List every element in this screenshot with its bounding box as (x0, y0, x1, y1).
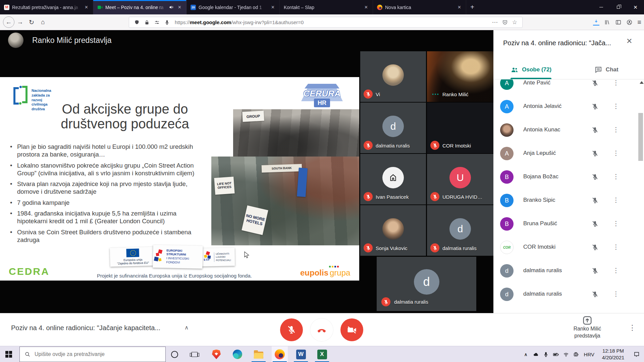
participant-options-icon[interactable]: ⋮ (613, 126, 620, 133)
task-view-button[interactable] (186, 346, 203, 362)
video-tile-ivan[interactable]: Ivan Pasaricek (360, 154, 426, 204)
edge-icon[interactable] (229, 346, 246, 362)
participant-row[interactable]: Antonia Kunac ⋮ (493, 118, 644, 142)
tray-mic-icon[interactable] (541, 351, 551, 358)
permissions-icon[interactable] (154, 19, 160, 25)
new-tab-button[interactable]: + (466, 0, 478, 14)
video-tile-ranko[interactable]: ⋯ Ranko Milić (427, 51, 493, 102)
network-icon[interactable] (561, 351, 571, 358)
esf-panel: ESF UČINKOVITI LJUDSKI POTENCIJALI (200, 248, 235, 266)
url-bar[interactable]: https://meet.google.com/whx-jswg-irw?pli… (129, 17, 523, 28)
participant-row[interactable]: A Antonia Jelavić ⋮ (493, 95, 644, 118)
search-icon (24, 351, 31, 357)
hang-up-button[interactable] (310, 318, 333, 341)
camera-toggle-button[interactable] (340, 318, 363, 341)
mic-toggle-button[interactable] (280, 318, 303, 341)
tile-menu-icon[interactable]: ⋯ (432, 90, 439, 99)
participant-options-icon[interactable]: ⋮ (613, 243, 620, 251)
hidden-icons-chevron[interactable]: ∧ (521, 352, 531, 357)
file-explorer-icon[interactable] (251, 346, 267, 362)
home-button[interactable]: ⌂ (37, 16, 49, 28)
tab-new-page[interactable]: Nova kartica ✕ (373, 0, 466, 14)
video-tile-sonja[interactable]: Sonja Vukovic (360, 205, 426, 256)
lock-icon[interactable] (144, 19, 150, 25)
participant-row[interactable]: d dalmatia ruralis ⋮ (493, 259, 644, 283)
excel-icon[interactable]: X (314, 346, 330, 362)
video-tile-dalmatia-1[interactable]: d dalmatia ruralis (360, 103, 426, 153)
chevron-up-icon[interactable]: ∧ (184, 324, 189, 331)
participant-row[interactable]: B Bojana Božac ⋮ (493, 165, 644, 189)
tab-close-icon[interactable]: ✕ (270, 4, 276, 10)
video-tile-dalmatia-2[interactable]: d dalmatia ruralis (427, 205, 493, 256)
meeting-title: Poziv na 4. online radionicu: "Jača... (503, 39, 626, 47)
scrollbar-thumb[interactable] (638, 113, 643, 161)
mic-permission-icon[interactable] (164, 19, 170, 25)
battery-icon[interactable] (551, 351, 561, 358)
more-options-icon[interactable]: ⋮ (629, 323, 636, 332)
library-icon[interactable] (604, 19, 610, 25)
url-text[interactable]: https://meet.google.com/whx-jswg-irw?pli… (175, 19, 490, 25)
video-tile-dalmatia-large[interactable]: d dalmatia ruralis (377, 257, 476, 311)
pocket-icon[interactable] (502, 19, 508, 25)
forward-button[interactable]: → (14, 16, 26, 28)
account-icon[interactable] (626, 19, 633, 25)
back-button[interactable]: ← (3, 16, 14, 28)
presenting-icon[interactable] (582, 315, 592, 325)
camera-device-icon[interactable] (571, 351, 581, 358)
taskbar-search[interactable] (19, 347, 166, 362)
sidebar-icon[interactable] (615, 19, 622, 25)
tab-audio-icon[interactable] (169, 5, 174, 10)
firefox-taskbar-icon[interactable] (272, 346, 288, 362)
tab-chat[interactable]: Chat (569, 60, 644, 79)
search-input[interactable] (35, 351, 145, 357)
tracking-shield-icon[interactable] (134, 19, 140, 25)
participant-row[interactable]: d dalmatia ruralis ⋮ (493, 283, 644, 306)
slide-bullet-list: Plan je bio sagraditi najviši hotel u Eu… (8, 143, 198, 247)
page-actions-icon[interactable]: ⋯ (492, 19, 498, 26)
word-icon[interactable]: W (293, 346, 309, 362)
tab-close-icon[interactable]: ✕ (363, 4, 369, 10)
tab-meet[interactable]: Meet – Poziv na 4. online ra ✕ (93, 0, 186, 14)
window-minimize-button[interactable] (593, 0, 610, 14)
brave-icon[interactable] (208, 346, 224, 362)
participant-row[interactable]: COR COR Imotski ⋮ (493, 236, 644, 259)
bookmark-star-icon[interactable]: ☆ (512, 19, 517, 26)
tab-kontakt[interactable]: Kontakt – Slap ✕ (280, 0, 373, 14)
tab-gmail[interactable]: M Rezultati pretraživanja - anna.ja ✕ (0, 0, 93, 14)
window-close-button[interactable]: ✕ (627, 0, 644, 14)
tab-close-icon[interactable]: ✕ (176, 4, 183, 10)
meeting-title-bottom[interactable]: Poziv na 4. online radionicu: "Jačanje k… (11, 324, 160, 332)
participant-options-icon[interactable]: ⋮ (613, 266, 620, 274)
tab-people[interactable]: Osobe (72) (493, 60, 569, 79)
onedrive-icon[interactable] (531, 351, 541, 358)
window-restore-button[interactable] (610, 0, 627, 14)
cortana-button[interactable] (166, 346, 182, 362)
clock[interactable]: 12:18 PM 4/20/2021 (597, 348, 629, 361)
video-tile-cor[interactable]: COR Imotski (427, 103, 493, 153)
video-tile-vi[interactable]: Vi (360, 51, 426, 102)
participant-options-icon[interactable]: ⋮ (613, 173, 620, 180)
participant-options-icon[interactable]: ⋮ (613, 196, 620, 204)
participant-row[interactable]: B Branko Sipic ⋮ (493, 189, 644, 212)
menu-icon[interactable]: ≡ (637, 18, 641, 26)
participant-row[interactable]: A Ante Pavić ⋮ (493, 79, 644, 95)
language-indicator[interactable]: HRV (584, 352, 594, 357)
video-tile-udruga[interactable]: U UDRUGA HVID… (427, 154, 493, 204)
blue-banner (297, 168, 308, 197)
participant-options-icon[interactable]: ⋮ (613, 290, 620, 298)
panel-close-icon[interactable]: ✕ (626, 37, 632, 46)
downloads-icon[interactable] (593, 19, 599, 25)
participant-options-icon[interactable]: ⋮ (613, 102, 620, 110)
start-button[interactable] (5, 351, 12, 358)
participant-options-icon[interactable]: ⋮ (613, 149, 620, 157)
tab-calendar[interactable]: 20 Google kalendar - Tjedan od 1 ✕ (186, 0, 280, 14)
tab-close-icon[interactable]: ✕ (456, 4, 463, 10)
action-center-icon[interactable] (629, 351, 644, 358)
reload-button[interactable]: ↻ (26, 16, 37, 28)
tab-close-icon[interactable]: ✕ (83, 4, 90, 10)
participant-options-icon[interactable]: ⋮ (613, 79, 620, 86)
participant-options-icon[interactable]: ⋮ (613, 220, 620, 227)
scrollbar-up-arrow[interactable] (640, 81, 644, 84)
participant-row[interactable]: B Bruna Paušić ⋮ (493, 212, 644, 236)
participant-row[interactable]: A Anja Lepušić ⋮ (493, 142, 644, 165)
